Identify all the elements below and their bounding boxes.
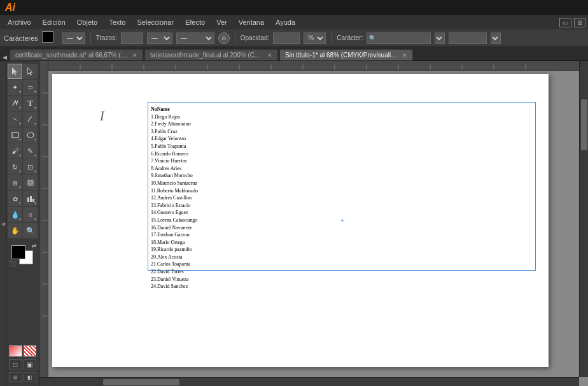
ellipse-tool[interactable]: ▾ <box>23 127 38 143</box>
swap-colors-icon[interactable]: ⇄ <box>32 243 37 249</box>
tab-certificate-label: certificate_southmade.ai* al 66,67% (CMY… <box>15 52 130 59</box>
type-tool[interactable]: T ▾ <box>23 96 38 111</box>
scale-tool[interactable]: ⊡ ▾ <box>23 159 38 175</box>
v-scroll-thumb[interactable] <box>581 99 587 150</box>
stroke-input[interactable] <box>121 32 143 44</box>
menu-edicion[interactable]: Edición <box>38 17 71 27</box>
fg-color-swatch[interactable] <box>11 245 25 259</box>
blob-brush-tool[interactable]: ✎ ▾ <box>23 143 38 159</box>
fill-style-select[interactable]: — <box>62 32 85 44</box>
circle-option-btn[interactable]: ⊙ <box>218 32 230 44</box>
text-entry: 4.Edgar Velarezo <box>151 135 198 143</box>
menu-efecto[interactable]: Efecto <box>180 17 210 27</box>
text-entry: 20.Alex Acosta <box>151 254 198 261</box>
horizontal-scrollbar[interactable] <box>39 377 579 386</box>
canvas-text-header: NoName <box>151 106 198 113</box>
tab-sintitulo-close[interactable]: ✕ <box>402 52 407 59</box>
text-entry: 9.Jonathan Morocho <box>151 172 198 180</box>
tool-row-3: ▾ T ▾ <box>8 96 38 111</box>
hand-tool[interactable]: ✋ <box>8 223 22 238</box>
tab-tarjeta-close[interactable]: ✕ <box>267 52 272 59</box>
vertical-scrollbar[interactable] <box>579 61 588 377</box>
zoom-tool[interactable]: 🔍 <box>23 223 38 238</box>
menu-texto[interactable]: Texto <box>104 17 130 27</box>
symbol-sprayer-tool[interactable]: ✿ ▾ <box>8 191 22 206</box>
column-graph-tool[interactable]: ▾ <box>23 191 38 206</box>
document-canvas: NoName 1.Diego Rojas2.Fredy Altamirano3.… <box>52 74 549 367</box>
text-entry: 23.Daniel Vinueza <box>151 276 198 283</box>
text-entry: 3.Pablo Cruz <box>151 128 198 136</box>
opacity-input[interactable]: 100% <box>273 32 300 44</box>
text-entry: 10.Mauricio Santacruz <box>151 180 198 187</box>
svg-rect-2 <box>12 132 18 138</box>
font-search-icon: 🔍 <box>369 35 376 41</box>
opacity-select[interactable]: % <box>304 32 326 44</box>
rotate-tool[interactable]: ↻ ▾ <box>8 159 22 175</box>
tab-certificate[interactable]: certificate_southmade.ai* al 66,67% (CMY… <box>10 49 143 61</box>
menu-ayuda[interactable]: Ayuda <box>270 17 300 27</box>
x-marker: + <box>340 217 344 224</box>
tab-sintitulo[interactable]: Sin título-1* al 68% (CMYK/Previsualizar… <box>279 49 413 61</box>
svg-rect-4 <box>27 197 29 202</box>
tab-sintitulo-label: Sin título-1* al 68% (CMYK/Previsualizar… <box>285 52 400 59</box>
stroke-label: Trazos: <box>96 34 117 41</box>
menu-archivo[interactable]: Archivo <box>3 17 36 27</box>
font-search-box[interactable]: 🔍 Myriad Pro <box>367 32 431 44</box>
change-screen-mode-btn[interactable]: ⊡ <box>9 372 22 382</box>
tool-row-7: ↻ ▾ ⊡ ▾ <box>8 159 38 175</box>
tab-certificate-close[interactable]: ✕ <box>132 52 137 59</box>
text-entry: 21.Carlos Toapanta <box>151 261 198 268</box>
fill-color-swatch[interactable] <box>42 31 59 45</box>
tabs-bar: ◀ certificate_southmade.ai* al 66,67% (C… <box>0 47 588 61</box>
stroke-select[interactable]: — <box>147 32 172 44</box>
h-scroll-thumb[interactable] <box>103 379 179 385</box>
app-logo: Ai <box>5 2 15 13</box>
window-btn-2[interactable]: ⊞ <box>574 18 585 27</box>
title-bar: Ai <box>0 0 588 15</box>
lasso-tool[interactable]: ⊃ ▾ <box>23 80 38 95</box>
font-style-input[interactable]: Regular <box>449 32 487 44</box>
gradient-swatch[interactable] <box>9 345 22 357</box>
text-entry: 18.Mario Ortega <box>151 239 198 247</box>
separator-2 <box>235 32 235 45</box>
font-style-select-arrow[interactable]: ▾ <box>491 32 501 44</box>
magic-wand-tool[interactable]: ✦ ▾ <box>8 80 22 95</box>
window-btn-1[interactable]: ▭ <box>559 18 571 27</box>
full-screen-mode-btn[interactable]: ▣ <box>24 359 37 369</box>
ruler-top <box>48 61 579 71</box>
normal-mode-btn[interactable]: □ <box>9 359 22 369</box>
canvas-text-block: NoName 1.Diego Rojas2.Fredy Altamirano3.… <box>151 106 198 290</box>
stroke-type-select[interactable]: — <box>176 32 214 44</box>
color-swatches: ⇄ ⬛ <box>9 243 37 267</box>
paintbrush-tool[interactable]: 🖌 ▾ <box>8 143 22 159</box>
text-entry: 8.Andres Aries <box>151 165 198 173</box>
pattern-swatch[interactable] <box>24 345 37 357</box>
direct-select-tool[interactable] <box>23 64 38 79</box>
text-entry: 15.Lorena Cabascango <box>151 217 198 224</box>
menu-objeto[interactable]: Objeto <box>72 17 102 27</box>
free-transform-tool[interactable] <box>23 175 38 190</box>
menu-bar: Archivo Edición Objeto Texto Seleccionar… <box>0 15 588 29</box>
toggle-btn[interactable]: ◧ <box>24 372 37 382</box>
menu-ventana[interactable]: Ventana <box>234 17 269 27</box>
line-tool[interactable]: \ ▾ <box>8 111 22 127</box>
text-entry: 6.Ricardo Romero <box>151 150 198 158</box>
select-tool[interactable] <box>8 64 22 79</box>
text-entry: 5.Pablo Toapanta <box>151 143 198 150</box>
pencil-tool[interactable]: ▾ <box>23 111 38 127</box>
left-panel-handle[interactable]: ◀ <box>0 61 6 386</box>
canvas-area[interactable]: NoName 1.Diego Rojas2.Fredy Altamirano3.… <box>39 61 588 386</box>
menu-ver[interactable]: Ver <box>211 17 232 27</box>
font-name-input[interactable]: Myriad Pro <box>377 34 428 41</box>
menu-seleccionar[interactable]: Seleccionar <box>132 17 178 27</box>
tabs-collapse-left[interactable]: ◀ <box>3 54 7 61</box>
rect-tool[interactable]: ▾ <box>8 127 22 143</box>
warp-tool[interactable]: ⊛ ▾ <box>8 175 22 190</box>
pen-tool[interactable]: ▾ <box>8 96 22 111</box>
font-select-arrow[interactable]: ▾ <box>435 32 445 44</box>
blend-tool[interactable]: ⧆ ▾ <box>23 207 38 222</box>
tab-tarjeta-label: tarjetasouthmade_final.ai al 200% (CMYK/… <box>150 52 265 59</box>
tab-tarjeta[interactable]: tarjetasouthmade_final.ai al 200% (CMYK/… <box>144 49 278 61</box>
eyedropper-tool[interactable]: 💧 ▾ <box>8 207 22 222</box>
default-colors-icon[interactable]: ⬛ <box>9 261 16 267</box>
